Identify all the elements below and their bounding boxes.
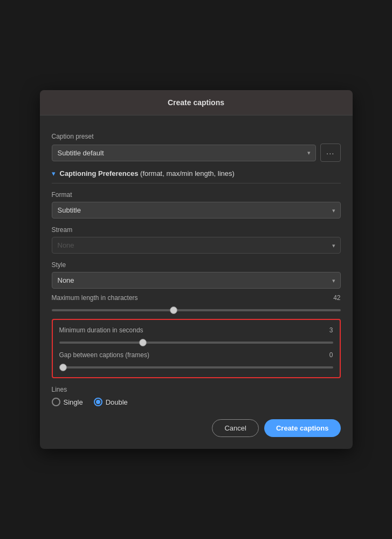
dialog-body: Caption preset Subtitle default ▾ ··· ▾ …	[40, 115, 353, 449]
min-duration-label: Minimum duration in seconds	[59, 326, 143, 334]
style-select[interactable]: None	[52, 272, 341, 289]
stream-wrapper: None ▾	[52, 237, 341, 254]
more-options-button[interactable]: ···	[320, 144, 341, 162]
button-row: Cancel Create captions	[52, 419, 341, 437]
captioning-preferences-toggle[interactable]: ▾ Captioning Preferences (format, max/mi…	[52, 169, 341, 178]
max-length-slider[interactable]	[52, 309, 341, 311]
single-radio-circle	[52, 398, 60, 406]
caption-preset-wrapper: Subtitle default ▾	[52, 145, 316, 161]
min-duration-value: 3	[329, 326, 333, 334]
gap-container: Gap between captions (frames) 0	[59, 351, 333, 371]
single-radio-label: Single	[64, 398, 83, 406]
max-length-container: Maximum length in characters 42	[52, 294, 341, 313]
divider	[52, 183, 341, 183]
stream-label: Stream	[52, 226, 341, 234]
style-wrapper: None ▾	[52, 272, 341, 289]
min-duration-slider[interactable]	[59, 342, 333, 344]
gap-label: Gap between captions (frames)	[59, 351, 149, 359]
double-radio-label: Double	[106, 398, 128, 406]
format-wrapper: Subtitle ▾	[52, 202, 341, 219]
caption-preset-select[interactable]: Subtitle default	[52, 145, 316, 161]
cancel-button[interactable]: Cancel	[212, 419, 258, 437]
stream-select[interactable]: None	[52, 237, 341, 254]
style-label: Style	[52, 261, 341, 269]
single-radio-option[interactable]: Single	[52, 398, 83, 406]
create-captions-button[interactable]: Create captions	[264, 419, 341, 437]
gap-row: Gap between captions (frames) 0	[59, 351, 333, 359]
gap-slider[interactable]	[59, 366, 333, 369]
lines-label: Lines	[52, 386, 341, 393]
highlighted-section: Minimum duration in seconds 3 Gap betwee…	[52, 319, 341, 378]
lines-radio-group: Single Double	[52, 398, 341, 406]
double-radio-option[interactable]: Double	[94, 398, 128, 406]
max-length-label: Maximum length in characters	[52, 294, 138, 302]
max-length-value: 42	[333, 294, 340, 302]
caption-preset-label: Caption preset	[52, 133, 341, 140]
min-duration-row: Minimum duration in seconds 3	[59, 326, 333, 334]
create-captions-dialog: Create captions Caption preset Subtitle …	[40, 90, 353, 449]
double-radio-circle	[94, 398, 102, 406]
gap-value: 0	[329, 351, 333, 359]
dialog-title: Create captions	[168, 98, 224, 107]
caption-preset-row: Subtitle default ▾ ···	[52, 144, 341, 162]
min-duration-container: Minimum duration in seconds 3	[59, 326, 333, 346]
dialog-title-bar: Create captions	[40, 90, 353, 115]
format-select[interactable]: Subtitle	[52, 202, 341, 219]
collapsible-chevron-icon: ▾	[52, 169, 56, 178]
captioning-preferences-title: Captioning Preferences (format, max/min …	[60, 169, 235, 178]
max-length-row: Maximum length in characters 42	[52, 294, 341, 302]
format-label: Format	[52, 191, 341, 199]
lines-section: Lines Single Double	[52, 386, 341, 406]
